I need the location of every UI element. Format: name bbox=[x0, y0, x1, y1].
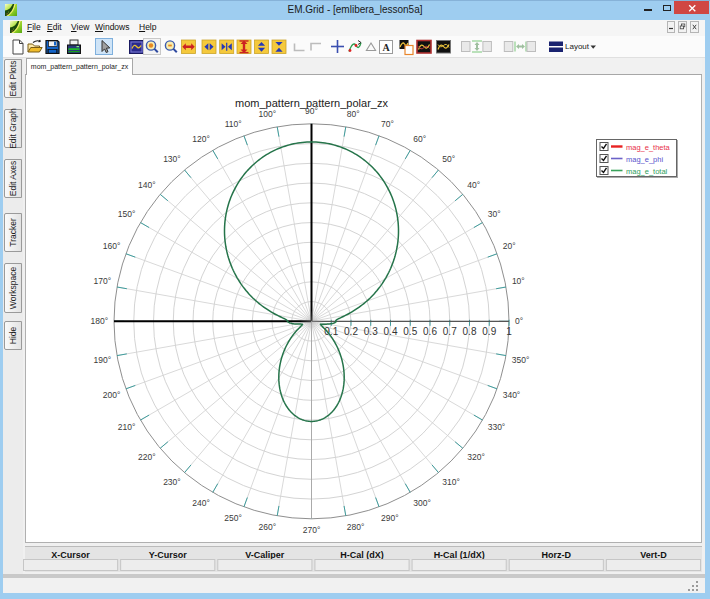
svg-text:100°: 100° bbox=[259, 109, 277, 119]
svg-text:280°: 280° bbox=[347, 522, 365, 532]
svg-text:210°: 210° bbox=[118, 422, 136, 432]
svg-text:180°: 180° bbox=[90, 316, 108, 326]
svg-text:250°: 250° bbox=[224, 513, 242, 523]
svg-text:220°: 220° bbox=[138, 452, 156, 462]
svg-text:0.9: 0.9 bbox=[482, 326, 496, 337]
svg-text:0.3: 0.3 bbox=[364, 326, 378, 337]
svg-text:110°: 110° bbox=[225, 119, 242, 129]
svg-text:350°: 350° bbox=[512, 355, 530, 365]
svg-text:270°: 270° bbox=[303, 525, 321, 535]
svg-text:90°: 90° bbox=[305, 106, 318, 116]
svg-text:60°: 60° bbox=[413, 134, 426, 144]
svg-text:260°: 260° bbox=[259, 522, 277, 532]
svg-text:mag_e_phi: mag_e_phi bbox=[626, 155, 663, 164]
svg-text:50°: 50° bbox=[442, 154, 455, 164]
svg-text:10°: 10° bbox=[512, 276, 525, 286]
svg-text:290°: 290° bbox=[381, 513, 399, 523]
svg-text:140°: 140° bbox=[138, 180, 156, 190]
svg-text:330°: 330° bbox=[488, 422, 506, 432]
svg-text:340°: 340° bbox=[503, 390, 521, 400]
svg-text:170°: 170° bbox=[94, 276, 112, 286]
svg-text:20°: 20° bbox=[503, 241, 516, 251]
svg-text:0.6: 0.6 bbox=[423, 326, 437, 337]
svg-text:1: 1 bbox=[506, 326, 512, 337]
svg-text:0°: 0° bbox=[515, 316, 523, 326]
svg-text:190°: 190° bbox=[94, 355, 112, 365]
svg-text:240°: 240° bbox=[192, 498, 210, 508]
svg-text:mag_e_theta: mag_e_theta bbox=[626, 143, 671, 152]
svg-text:300°: 300° bbox=[413, 498, 431, 508]
svg-text:150°: 150° bbox=[118, 209, 136, 219]
svg-text:120°: 120° bbox=[192, 134, 210, 144]
svg-text:30°: 30° bbox=[488, 209, 501, 219]
svg-text:0.2: 0.2 bbox=[344, 326, 358, 337]
svg-text:70°: 70° bbox=[381, 119, 394, 129]
svg-text:0.8: 0.8 bbox=[463, 326, 477, 337]
svg-text:80°: 80° bbox=[347, 109, 360, 119]
svg-text:0.5: 0.5 bbox=[403, 326, 417, 337]
svg-text:0.7: 0.7 bbox=[443, 326, 457, 337]
svg-text:40°: 40° bbox=[467, 180, 480, 190]
svg-text:130°: 130° bbox=[163, 154, 181, 164]
svg-text:160°: 160° bbox=[103, 241, 121, 251]
svg-text:320°: 320° bbox=[467, 452, 485, 462]
svg-text:mag_e_total: mag_e_total bbox=[626, 167, 668, 176]
svg-text:0.4: 0.4 bbox=[384, 326, 398, 337]
svg-text:310°: 310° bbox=[442, 477, 460, 487]
svg-text:200°: 200° bbox=[103, 390, 121, 400]
svg-text:230°: 230° bbox=[163, 477, 181, 487]
